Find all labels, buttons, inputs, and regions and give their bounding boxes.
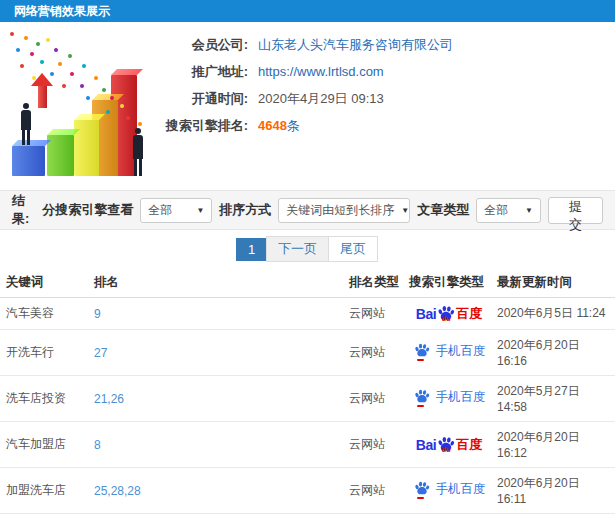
table-row: 汽车美容 9 云网站 Baidu百度 2020年6月5日 11:24 — [0, 298, 615, 330]
col-rank-type: 排名类型 — [345, 268, 405, 298]
mobile-baidu-logo: 手机百度 — [413, 343, 486, 359]
baidu-paw-icon — [414, 389, 430, 405]
updated-cell: 2020年6月20日 16:12 — [493, 422, 615, 468]
page-title-bar: 网络营销效果展示 — [0, 0, 615, 22]
article-type-value: 全部 — [484, 202, 508, 219]
engine-filter-label: 分搜索引擎查看 — [42, 201, 133, 219]
rank-type-cell: 云网站 — [345, 376, 405, 422]
col-rank: 排名 — [90, 268, 345, 298]
mobile-baidu-logo: 手机百度 — [413, 389, 486, 405]
updated-cell: 2020年6月20日 16:11 — [493, 468, 615, 514]
baidu-paw-icon — [414, 481, 430, 497]
chart-bar-blue — [12, 146, 45, 176]
open-time-row: 开通时间: 2020年4月29日 09:13 — [160, 90, 615, 117]
engine-select[interactable]: 全部 ▼ — [140, 198, 212, 223]
baidu-paw-icon: du — [437, 436, 455, 454]
businessman-figure-left — [18, 103, 34, 145]
mobile-baidu-logo: 手机百度 — [413, 481, 486, 497]
rank-type-cell: 云网站 — [345, 330, 405, 376]
promo-url-link[interactable]: https://www.lrtlsd.com — [258, 64, 384, 79]
rank-link[interactable]: 21,26 — [94, 392, 124, 406]
table-row: 加盟洗车店 25,28,28 云网站 手机百度 2020年6月20日 16:11 — [0, 468, 615, 514]
rank-type-cell: 云网站 — [345, 468, 405, 514]
result-label: 结果: — [12, 192, 42, 228]
rank-type-cell: 云网站 — [345, 298, 405, 330]
keyword-cell: 开洗车行 — [0, 330, 90, 376]
sort-select[interactable]: 关键词由短到长排序 ▼ — [278, 198, 410, 223]
rank-type-cell: 云网站 — [345, 514, 405, 520]
rank-link[interactable]: 8 — [94, 438, 101, 452]
baidu-logo: Baidu百度 — [416, 436, 482, 454]
keyword-ranking-table: 关键词 排名 排名类型 搜索引擎类型 最新更新时间 汽车美容 9 云网站 Bai… — [0, 268, 615, 520]
rank-link[interactable]: 27 — [94, 346, 107, 360]
submit-button[interactable]: 提交 — [548, 197, 603, 224]
member-info-section: 会员公司: 山东老人头汽车服务咨询有限公司 推广地址: https://www.… — [0, 22, 615, 190]
page-1-button[interactable]: 1 — [236, 238, 267, 261]
last-page-button[interactable]: 尾页 — [328, 236, 378, 262]
promo-url-row: 推广地址: https://www.lrtlsd.com — [160, 63, 615, 90]
col-keyword: 关键词 — [0, 268, 90, 298]
growth-arrow-icon — [31, 73, 53, 108]
col-updated: 最新更新时间 — [493, 268, 615, 298]
businessman-figure-right — [130, 128, 146, 176]
baidu-logo: Baidu百度 — [416, 305, 482, 323]
engine-rank-count: 4648 — [258, 118, 287, 133]
open-time-value: 2020年4月29日 09:13 — [258, 90, 384, 108]
table-row: 开洗车行 27 云网站 手机百度 2020年6月20日 16:16 — [0, 330, 615, 376]
article-type-label: 文章类型 — [417, 201, 469, 219]
pagination: 1 下一页 尾页 — [0, 230, 615, 268]
table-row: 汽车加盟店 8 云网站 Baidu百度 2020年6月20日 16:12 — [0, 422, 615, 468]
updated-cell: 2020年6月20日 16:12 — [493, 514, 615, 520]
engine-select-value: 全部 — [148, 202, 172, 219]
filter-controls: 分搜索引擎查看 全部 ▼ 排序方式 关键词由短到长排序 ▼ 文章类型 全部 ▼ … — [42, 197, 603, 224]
keyword-cell: 洗车店投资 — [0, 376, 90, 422]
chart-bar-green — [47, 135, 74, 176]
bar-chart-illustration — [0, 24, 175, 186]
chevron-down-icon: ▼ — [525, 206, 533, 215]
updated-cell: 2020年6月5日 11:24 — [493, 298, 615, 330]
engine-rank-row: 搜索引擎排名: 4648 条 — [160, 117, 615, 144]
sort-filter-label: 排序方式 — [219, 201, 271, 219]
baidu-paw-icon — [414, 343, 430, 359]
baidu-paw-icon: du — [437, 305, 455, 323]
table-header-row: 关键词 排名 排名类型 搜索引擎类型 最新更新时间 — [0, 268, 615, 298]
confetti-dots — [10, 32, 14, 36]
keyword-cell: 加盟洗车店 — [0, 468, 90, 514]
rank-link[interactable]: 9 — [94, 307, 101, 321]
page-title: 网络营销效果展示 — [14, 4, 110, 18]
company-link[interactable]: 山东老人头汽车服务咨询有限公司 — [258, 36, 453, 54]
table-row: 洗车店投资 21,26 云网站 手机百度 2020年5月27日 14:58 — [0, 376, 615, 422]
rank-link[interactable]: 25,28,28 — [94, 484, 141, 498]
rank-type-cell: 云网站 — [345, 422, 405, 468]
keyword-cell: 汽车加盟店 — [0, 422, 90, 468]
engine-rank-unit: 条 — [287, 117, 300, 135]
filter-bar: 结果: 分搜索引擎查看 全部 ▼ 排序方式 关键词由短到长排序 ▼ 文章类型 全… — [0, 190, 615, 230]
chevron-down-icon: ▼ — [401, 206, 409, 215]
article-type-select[interactable]: 全部 ▼ — [476, 198, 540, 223]
sort-select-value: 关键词由短到长排序 — [286, 202, 394, 219]
col-engine-type: 搜索引擎类型 — [405, 268, 493, 298]
company-row: 会员公司: 山东老人头汽车服务咨询有限公司 — [160, 36, 615, 63]
chevron-down-icon: ▼ — [196, 206, 204, 215]
updated-cell: 2020年6月20日 16:16 — [493, 330, 615, 376]
table-row: 洗车赚钱吗 30 云网站 手机百度 2020年6月20日 16:12 — [0, 514, 615, 520]
keyword-cell: 汽车美容 — [0, 298, 90, 330]
next-page-button[interactable]: 下一页 — [266, 236, 329, 262]
keyword-cell: 洗车赚钱吗 — [0, 514, 90, 520]
updated-cell: 2020年5月27日 14:58 — [493, 376, 615, 422]
